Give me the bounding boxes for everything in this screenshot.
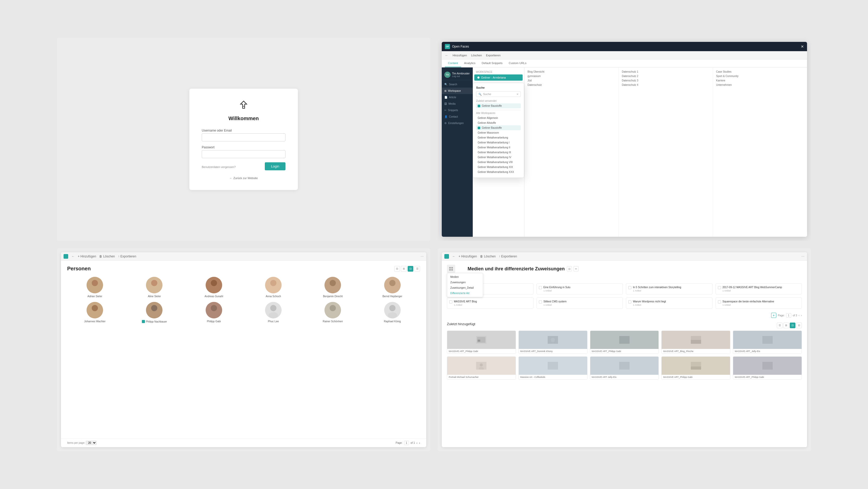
hinzufugen-btn[interactable]: + Hinzufügen (78, 254, 96, 258)
prev-page[interactable]: ‹ (799, 314, 799, 317)
image-thumb-5[interactable]: MASSIVE ART_Jelly-Eis (733, 331, 802, 354)
content-item[interactable]: Datenschutz 2 (622, 74, 710, 78)
close-icon[interactable]: ✕ (801, 44, 804, 49)
image-thumb-10[interactable]: MASSIVE ART_Philipp Gabi (733, 357, 802, 380)
article-checkbox[interactable] (449, 300, 452, 303)
person-card-johannes[interactable]: Johannes Wachter (67, 302, 122, 323)
person-card-benjamin[interactable]: Benjamin Direcht (305, 277, 361, 298)
article-card-5[interactable]: MASSIVE ART Blog 1 Artikel (447, 298, 533, 309)
username-input[interactable] (202, 133, 285, 142)
content-item[interactable]: Datenschutz 4 (622, 83, 710, 87)
content-item[interactable]: Datenschutz 1 (622, 69, 710, 74)
content-item[interactable]: Sport & Community (716, 74, 804, 78)
sidebar-item-snippets[interactable]: ✂ Snippets (442, 107, 473, 114)
tab-default-snippets[interactable]: Default Snippets (479, 59, 506, 67)
view-btn-2[interactable]: ⊞ (401, 266, 407, 272)
view-thumb-btn[interactable]: ⊡ (790, 323, 796, 328)
person-card-adrian[interactable]: Adrian Sieler (67, 277, 122, 298)
ctx-differenzierte[interactable]: Differenzierte Art (447, 291, 483, 296)
loschen-btn[interactable]: Löschen (471, 54, 482, 57)
back-btn[interactable]: ← (71, 254, 75, 258)
image-thumb-7[interactable]: Massive Art - Coffeekids (519, 357, 587, 380)
ws-item-massroom[interactable]: Getiner Massroom (476, 130, 521, 135)
ws-item-metal5[interactable]: Getiner Metallverarbeitung IV (476, 155, 521, 160)
exportieren-btn[interactable]: ↑ Exportieren (118, 254, 136, 258)
person-card-philipp-g[interactable]: Philipp Gabi (186, 302, 242, 323)
article-card-2[interactable]: Eine Einführung in Sulu 1 Artikel (536, 283, 623, 295)
exportieren-btn[interactable]: ↑ Exportieren (499, 254, 517, 258)
person-checkbox[interactable] (142, 320, 145, 323)
workspace-search-input[interactable]: Suche (483, 93, 515, 96)
edit-icon[interactable]: ✏ (574, 266, 579, 271)
next-page[interactable]: › (801, 314, 802, 317)
ws-item-metal2[interactable]: Getiner Metallverarbeitung I (476, 140, 521, 145)
exportieren-btn[interactable]: Exportieren (486, 54, 500, 57)
image-thumb-6[interactable]: Portrait Michael Schumacher (447, 357, 516, 380)
hinzufugen-btn[interactable]: + Hinzufügen (459, 254, 477, 258)
table-icon[interactable]: ⊟ (567, 266, 572, 271)
logout-link[interactable]: Log out (452, 75, 470, 78)
person-card-bernd[interactable]: Bernd Hepberger (365, 277, 420, 298)
ws-item-allgemein[interactable]: Getiner Allgemein (476, 116, 521, 120)
view-btn-4[interactable]: ☰ (414, 266, 420, 272)
more-icon[interactable]: ⋯ (421, 254, 424, 258)
article-checkbox[interactable] (628, 286, 631, 289)
login-button[interactable]: Login (265, 162, 285, 170)
hinzufugen-btn[interactable]: Hinzufügen (453, 54, 467, 57)
view-large-btn[interactable]: ⊟ (796, 323, 802, 328)
article-checkbox[interactable] (628, 300, 631, 303)
loschen-btn[interactable]: 🗑 Löschen (99, 254, 115, 258)
sidebar-item-search[interactable]: 🔍 Search (442, 81, 473, 88)
ctx-medien[interactable]: Medien (447, 274, 483, 280)
ws-item-metal1[interactable]: Getiner Metallverarbeitung (476, 135, 521, 140)
content-item[interactable]: Case Studies (716, 69, 804, 74)
sidebar-item-article[interactable]: 📄 Article (442, 94, 473, 100)
prev-page-btn[interactable]: ‹ (416, 441, 417, 445)
tab-analytics[interactable]: Analytics (461, 59, 479, 67)
content-item[interactable]: Unternehmen (716, 83, 804, 87)
ws-item-metal4[interactable]: Getiner Metallverarbeitung III (476, 150, 521, 155)
ws-item-altstoffe[interactable]: Getiner Altstoffe (476, 120, 521, 125)
next-page-btn[interactable]: › (419, 441, 420, 445)
content-item[interactable]: Jüd (528, 78, 615, 83)
image-thumb-1[interactable]: MASSIVE ART_Philipp Gabi (447, 331, 516, 354)
ctx-zuweisungen-detail[interactable]: Zuweisungen_Detail (447, 285, 483, 291)
content-item[interactable]: Blog Übersicht (528, 69, 615, 74)
recently-used-item-1[interactable]: Getiner Baustoffe (476, 103, 521, 108)
article-card-3[interactable]: In 5 Schritten zum interaktiven Storytel… (626, 283, 712, 295)
ws-item-metal3[interactable]: Getiner Metallverarbeitung II (476, 145, 521, 150)
more-icon[interactable]: ⋯ (801, 254, 804, 258)
tab-custom-urls[interactable]: Custom URLs (505, 59, 529, 67)
password-input[interactable] (202, 150, 285, 158)
image-thumb-4[interactable]: MASSIVE ART_Blog_Flinche (661, 331, 730, 354)
sidebar-item-contact[interactable]: 👤 Contact (442, 114, 473, 120)
ws-item-metal6[interactable]: Getiner Metallverarbeitung VIII (476, 160, 521, 165)
article-checkbox[interactable] (718, 300, 721, 303)
person-card-anna[interactable]: Anna Schoch (246, 277, 301, 298)
loschen-btn[interactable]: 🗑 Löschen (480, 254, 496, 258)
article-card-8[interactable]: Squarespace die beste einfachste Alterna… (716, 298, 802, 309)
back-icon[interactable]: ← (445, 53, 448, 57)
person-card-rainer[interactable]: Rainer Schönherr (305, 302, 361, 323)
image-thumb-3[interactable]: MASSIVE ART_Philipp Gabi (590, 331, 659, 354)
article-card-7[interactable]: Warum Wordpress nicht liegt 1 Artikel (626, 298, 712, 309)
image-thumb-8[interactable]: MASSIVE ART Jelly-Eis (590, 357, 659, 380)
article-checkbox[interactable] (539, 286, 542, 289)
person-card-andreas[interactable]: Andreas Gunahl (186, 277, 242, 298)
back-btn[interactable]: ← (452, 254, 456, 258)
ws-item-metal8[interactable]: Getiner Metallverarbeitung XXX (476, 170, 521, 175)
image-thumb-9[interactable]: MASSIVE ART_Philipp Gabi (661, 357, 730, 380)
back-link[interactable]: ← Zurück zur Website (202, 177, 285, 180)
view-list-btn[interactable]: ☰ (777, 323, 782, 328)
ws-item-baustoffe[interactable]: Getiner Baustoffe (476, 125, 521, 130)
sidebar-item-media[interactable]: 🖼 Media (442, 100, 473, 107)
person-card-raphael[interactable]: Raphael König (365, 302, 420, 323)
clear-search-icon[interactable]: ✕ (517, 93, 519, 96)
person-card-philipp-n[interactable]: Philipp Nachbauer (127, 302, 182, 323)
forgot-link[interactable]: Benutzerdaten vergessen? (202, 165, 236, 169)
image-thumb-2[interactable]: MASSIVE ART_Dominik Khony (519, 331, 587, 354)
sidebar-item-settings[interactable]: ⚙ Einstellungen (442, 120, 473, 126)
ws-item-metal7[interactable]: Getiner Metallverarbeitung XIX (476, 165, 521, 170)
per-page-select[interactable]: 20 (86, 441, 97, 445)
content-item[interactable]: Datenschutz 3 (622, 78, 710, 83)
